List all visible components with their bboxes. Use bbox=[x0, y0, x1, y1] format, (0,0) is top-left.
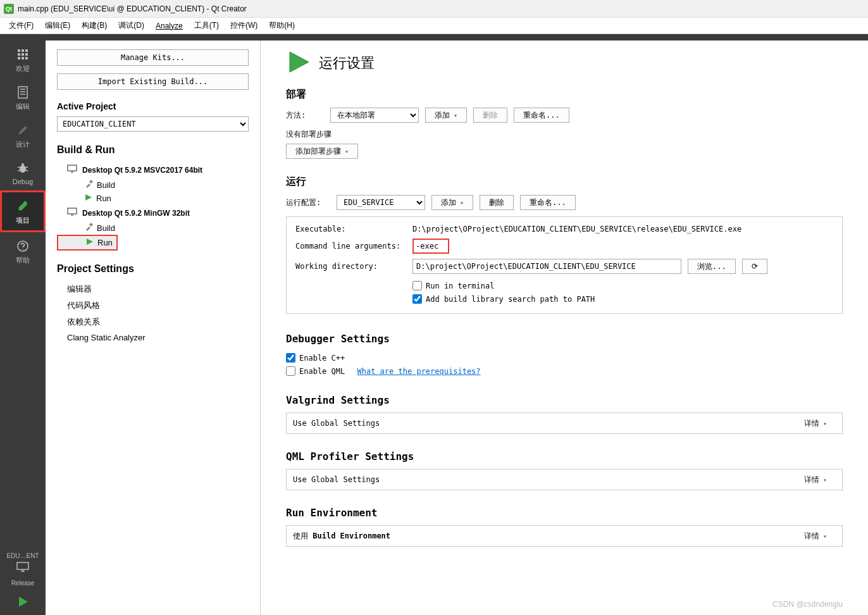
ps-clang-analyzer[interactable]: Clang Static Analyzer bbox=[57, 330, 249, 345]
enable-cpp-checkbox[interactable] bbox=[286, 353, 295, 363]
kit-msvc-label: Desktop Qt 5.9.2 MSVC2017 64bit bbox=[82, 166, 202, 175]
add-build-path-label: Add build library search path to PATH bbox=[426, 295, 595, 304]
monitor-icon bbox=[67, 208, 77, 218]
run-env-details-button[interactable]: 详情 bbox=[795, 528, 836, 544]
ps-code-style[interactable]: 代码风格 bbox=[57, 297, 249, 314]
mode-welcome[interactable]: 欢迎 bbox=[0, 40, 46, 78]
bug-icon bbox=[0, 161, 46, 176]
run-target-label: EDU…ENT bbox=[6, 552, 39, 559]
run-config-select[interactable]: EDU_SERVICE bbox=[337, 195, 425, 210]
kit-mingw-build[interactable]: Build bbox=[57, 221, 249, 235]
svg-rect-2 bbox=[25, 49, 28, 52]
run-settings-page: 运行设置 部署 方法: 在本地部署 添加 删除 重命名... 没有部署步骤 添加… bbox=[261, 40, 868, 615]
kit-mingw[interactable]: Desktop Qt 5.9.2 MinGW 32bit bbox=[57, 205, 249, 221]
svg-rect-21 bbox=[17, 562, 28, 569]
document-icon bbox=[0, 85, 46, 100]
ps-editor[interactable]: 编辑器 bbox=[57, 281, 249, 297]
active-project-select[interactable]: EDUCATION_CLIENT bbox=[57, 116, 249, 132]
menu-build[interactable]: 构建(B) bbox=[77, 18, 112, 33]
deploy-heading: 部署 bbox=[286, 88, 843, 101]
svg-point-13 bbox=[20, 165, 26, 173]
page-title: 运行设置 bbox=[319, 54, 375, 73]
delete-deploy-button[interactable]: 删除 bbox=[473, 108, 507, 123]
active-project-heading: Active Project bbox=[57, 101, 249, 111]
deploy-method-select[interactable]: 在本地部署 bbox=[330, 108, 419, 123]
mode-rail: 欢迎 编辑 设计 Debug 项目 帮助 EDU…ENT Release bbox=[0, 40, 46, 615]
valgrind-details-button[interactable]: 详情 bbox=[795, 416, 836, 431]
mode-editor[interactable]: 编辑 bbox=[0, 78, 46, 116]
mode-debug-label: Debug bbox=[13, 178, 33, 185]
args-label: Command line arguments: bbox=[295, 242, 406, 251]
browse-button[interactable]: 浏览... bbox=[688, 259, 736, 274]
kit-msvc-run[interactable]: Run bbox=[57, 192, 249, 205]
kit-mingw-run[interactable]: Run bbox=[57, 235, 118, 251]
svg-line-14 bbox=[18, 167, 20, 168]
qml-profiler-details-button[interactable]: 详情 bbox=[795, 472, 836, 487]
qt-app-icon: Qt bbox=[4, 4, 14, 14]
wrench-icon bbox=[2, 199, 44, 214]
import-build-button[interactable]: Import Existing Build... bbox=[57, 73, 249, 90]
menu-widgets[interactable]: 控件(W) bbox=[225, 18, 263, 33]
svg-rect-0 bbox=[18, 49, 20, 52]
delete-run-config-button[interactable]: 删除 bbox=[480, 195, 514, 210]
valgrind-heading: Valgrind Settings bbox=[286, 394, 843, 406]
add-deploy-step-button[interactable]: 添加部署步骤 bbox=[286, 144, 358, 159]
add-build-path-checkbox[interactable] bbox=[412, 294, 422, 304]
kit-mingw-run-label: Run bbox=[97, 238, 113, 247]
args-input[interactable] bbox=[412, 239, 449, 254]
qml-prereq-link[interactable]: What are the prerequisites? bbox=[357, 367, 480, 376]
play-big-icon bbox=[286, 49, 311, 77]
workdir-input[interactable] bbox=[412, 259, 681, 274]
svg-rect-8 bbox=[25, 57, 28, 59]
window-title: main.cpp (EDU_SERVICE\ui @ EDUCATION_CLI… bbox=[18, 4, 247, 13]
svg-point-20 bbox=[22, 249, 23, 250]
svg-line-15 bbox=[25, 167, 28, 168]
method-label: 方法: bbox=[286, 110, 324, 121]
menu-help[interactable]: 帮助(H) bbox=[264, 18, 300, 33]
run-play-button[interactable] bbox=[0, 590, 46, 615]
manage-kits-button[interactable]: Manage Kits... bbox=[57, 49, 249, 66]
svg-rect-7 bbox=[22, 57, 24, 59]
debugger-heading: Debugger Settings bbox=[286, 333, 843, 345]
menu-debug[interactable]: 调试(D) bbox=[113, 18, 149, 33]
hammer-icon bbox=[85, 223, 93, 233]
mode-editor-label: 编辑 bbox=[16, 102, 30, 110]
run-heading: 运行 bbox=[286, 175, 843, 189]
enable-qml-checkbox[interactable] bbox=[286, 366, 295, 376]
kit-msvc[interactable]: Desktop Qt 5.9.2 MSVC2017 64bit bbox=[57, 162, 249, 178]
valgrind-global-box: Use Global Settings 详情 bbox=[286, 413, 843, 434]
rename-deploy-button[interactable]: 重命名... bbox=[514, 108, 569, 123]
svg-rect-5 bbox=[25, 53, 28, 56]
run-release-label: Release bbox=[11, 580, 35, 587]
question-icon bbox=[0, 239, 46, 254]
add-run-config-button[interactable]: 添加 bbox=[431, 195, 473, 210]
mode-help[interactable]: 帮助 bbox=[0, 232, 46, 270]
menu-file[interactable]: 文件(F) bbox=[4, 18, 39, 33]
rename-run-config-button[interactable]: 重命名... bbox=[520, 195, 576, 210]
run-in-terminal-checkbox[interactable] bbox=[412, 281, 422, 290]
ps-dependencies[interactable]: 依赖关系 bbox=[57, 314, 249, 330]
svg-rect-6 bbox=[18, 57, 20, 59]
reset-workdir-button[interactable]: ⟳ bbox=[742, 259, 767, 274]
mode-design[interactable]: 设计 bbox=[0, 116, 46, 154]
svg-point-18 bbox=[22, 163, 24, 166]
menu-tools[interactable]: 工具(T) bbox=[189, 18, 224, 33]
svg-rect-24 bbox=[68, 165, 77, 171]
grid-icon bbox=[0, 47, 46, 62]
menu-analyze[interactable]: Analyze bbox=[151, 20, 188, 32]
menu-edit[interactable]: 编辑(E) bbox=[40, 18, 75, 33]
mode-debug[interactable]: Debug bbox=[0, 154, 46, 190]
executable-label: Executable: bbox=[295, 225, 406, 233]
add-deploy-button[interactable]: 添加 bbox=[425, 108, 467, 123]
run-target-selector[interactable]: EDU…ENT Release bbox=[0, 549, 46, 590]
mode-project[interactable]: 项目 bbox=[0, 190, 46, 232]
kit-msvc-build[interactable]: Build bbox=[57, 178, 249, 192]
tool-strip bbox=[0, 34, 868, 40]
kit-mingw-label: Desktop Qt 5.9.2 MinGW 32bit bbox=[82, 209, 190, 218]
monitor-icon bbox=[16, 561, 30, 576]
mode-welcome-label: 欢迎 bbox=[16, 65, 30, 72]
pencil-icon bbox=[0, 123, 46, 138]
play-icon bbox=[0, 594, 46, 609]
qml-profiler-global-text: Use Global Settings bbox=[293, 475, 380, 484]
svg-line-16 bbox=[18, 170, 20, 171]
